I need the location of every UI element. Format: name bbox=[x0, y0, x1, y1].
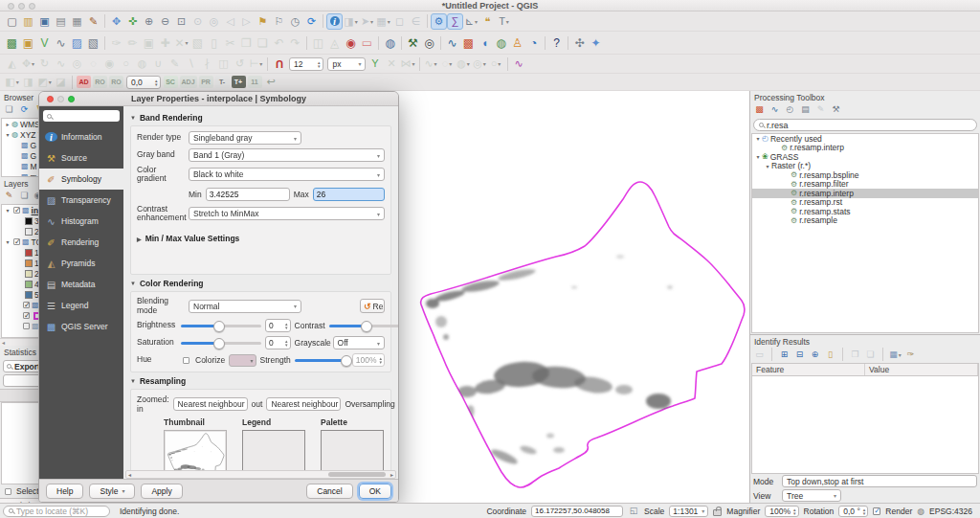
render-type-select[interactable]: Singleband gray bbox=[189, 131, 301, 145]
dialog-sidebar-item[interactable]: ✐ Symbology bbox=[39, 169, 123, 190]
dialog-sidebar-item[interactable]: ⚒ Source bbox=[39, 147, 123, 169]
snap-unit-combo[interactable]: px bbox=[327, 57, 366, 71]
reset-blending-button[interactable]: ↺Re bbox=[360, 299, 385, 313]
merge-selected-icon[interactable]: ◫ ▾ bbox=[215, 56, 232, 72]
save-project-as-icon[interactable]: ▤ ▾ bbox=[53, 13, 69, 30]
data-source-manager-icon[interactable]: ▩ ▾ bbox=[4, 34, 20, 51]
band-rendering-header[interactable]: ▼Band Rendering bbox=[130, 113, 391, 123]
new-geometry-layer-icon[interactable]: ∿ ▾ bbox=[53, 34, 69, 51]
selected-features-checkbox[interactable] bbox=[5, 488, 11, 495]
select-by-value-icon[interactable]: ∈ ▾ bbox=[408, 13, 424, 30]
algorithm-tree-item[interactable]: ⚙ r.resample bbox=[752, 216, 978, 226]
algorithm-tree-item[interactable]: ▾ Raster (r.*) bbox=[752, 162, 978, 171]
snapping-magnet-icon[interactable]: U ▾ bbox=[271, 56, 287, 72]
zoom-full-icon[interactable]: ⊡ ▾ bbox=[173, 13, 189, 30]
snap-tolerance-spin[interactable]: 12 bbox=[289, 57, 323, 71]
mesh-reindex-icon[interactable]: ◨ ▾ bbox=[20, 74, 36, 90]
algorithm-tree-item[interactable]: ⚙ r.resamp.interp bbox=[752, 189, 978, 198]
magnifier-spin[interactable]: 100% bbox=[765, 506, 798, 517]
algorithm-tree-item[interactable]: ⚙ r.resamp.rst bbox=[752, 198, 978, 208]
pan-to-selection-icon[interactable]: ✜ ▾ bbox=[124, 13, 141, 30]
map-tips-icon[interactable]: ❝ ▾ bbox=[479, 13, 496, 30]
brightness-slider[interactable] bbox=[181, 325, 261, 327]
saturation-spin[interactable]: 0 bbox=[265, 336, 291, 349]
disk-usage-pie-icon[interactable]: ◔ ▾ bbox=[525, 34, 542, 51]
zoom-next-icon[interactable]: ▷ ▾ bbox=[238, 13, 255, 30]
python-console-icon[interactable]: ∿ ▾ bbox=[444, 34, 460, 51]
add-feature-icon[interactable]: ✚ ▾ bbox=[157, 34, 173, 51]
rotation-spin[interactable]: 0,0 ° bbox=[838, 506, 868, 517]
grass-tools-icon[interactable]: ⚒ ▾ bbox=[405, 34, 421, 51]
toolbox-options-icon[interactable]: ⚒▾ bbox=[830, 103, 842, 116]
undo-last-point-icon[interactable]: ↩ ▾ bbox=[263, 74, 279, 90]
select-features-icon[interactable]: ◨ ▾ bbox=[343, 13, 359, 30]
grass-display-icon[interactable]: ◎ ▾ bbox=[421, 34, 437, 51]
toggle-editing-icon[interactable]: ✏ ▾ bbox=[124, 34, 141, 51]
colorize-checkbox[interactable] bbox=[183, 357, 189, 364]
add-group-icon[interactable]: ❏▾ bbox=[18, 190, 31, 202]
modify-attributes-icon[interactable]: ▧ ▾ bbox=[189, 34, 206, 51]
strength-slider[interactable] bbox=[295, 359, 348, 362]
zoomed-in-select[interactable]: Nearest neighbour bbox=[173, 397, 248, 411]
apply-button[interactable]: Apply bbox=[141, 484, 182, 499]
layer-visibility-checkbox[interactable] bbox=[23, 302, 30, 308]
colorize-color-swatch[interactable] bbox=[229, 354, 256, 367]
text-annotation-icon[interactable]: T ▾ bbox=[496, 13, 512, 30]
rotate-point-symbols-icon[interactable]: ↺ ▾ bbox=[232, 56, 248, 72]
snap-common-angle-badge[interactable]: SC bbox=[164, 76, 178, 88]
print-response-icon[interactable]: ❏▾ bbox=[864, 349, 877, 361]
cancel-button[interactable]: Cancel bbox=[306, 484, 352, 499]
help-contents-icon[interactable]: ? ▾ bbox=[548, 34, 565, 51]
dialog-horizontal-scrollbar[interactable] bbox=[125, 470, 396, 479]
reshape-features-icon[interactable]: ✎ ▾ bbox=[167, 56, 183, 72]
digitize-angle-spin[interactable]: 0,0 bbox=[126, 76, 161, 89]
profile-tool-icon[interactable]: ◖ ▾ bbox=[477, 34, 493, 51]
style-manager-icon[interactable]: ✎ ▾ bbox=[85, 13, 101, 30]
tolerance-minus-badge[interactable]: T- bbox=[215, 76, 230, 88]
toolbox-python-icon[interactable]: ∿▾ bbox=[768, 103, 781, 116]
pan-map-icon[interactable]: ✥ ▾ bbox=[108, 13, 124, 30]
locator-search[interactable] bbox=[3, 506, 110, 517]
algorithm-tree-item[interactable]: ⚙ r.resamp.bspline bbox=[752, 170, 978, 180]
add-ring-icon[interactable]: ◎ ▾ bbox=[69, 56, 85, 72]
adjacent-angle-badge[interactable]: ADJ bbox=[180, 76, 197, 88]
parallel-mode-badge[interactable]: RO bbox=[109, 76, 123, 88]
dialog-sidebar-item[interactable]: ▨ Transparency bbox=[39, 190, 123, 211]
advanced-digitizing-badge[interactable]: AD bbox=[77, 76, 91, 88]
algorithm-tree-item[interactable]: ⚙ r.resamp.stats bbox=[752, 207, 978, 216]
current-edits-icon[interactable]: ✑ ▾ bbox=[108, 34, 124, 51]
render-checkbox[interactable] bbox=[873, 507, 880, 515]
new-geopackage-layer-icon[interactable]: ▣ ▾ bbox=[20, 34, 36, 51]
extent-toggle-icon[interactable]: ◱ bbox=[628, 506, 639, 517]
offset-point-a-icon[interactable]: ◌ ▾ bbox=[439, 56, 456, 72]
new-project-icon[interactable]: ▢ ▾ bbox=[4, 13, 20, 30]
model-designer-icon[interactable]: ▩ ▾ bbox=[460, 34, 477, 51]
processing-toolbox-icon[interactable]: ⚙ ▾ bbox=[431, 13, 447, 30]
mesh-digitizing-icon[interactable]: ◧ ▾ bbox=[4, 74, 20, 90]
algorithm-tree-item[interactable]: ⚙ r.resamp.interp bbox=[752, 144, 978, 153]
enable-tracing-icon[interactable]: ∿ ▾ bbox=[423, 56, 439, 72]
minmax-settings-header[interactable]: ▶Min / Max Value Settings bbox=[137, 234, 385, 243]
help-button[interactable]: Help bbox=[46, 484, 83, 499]
redo-icon[interactable]: ↷ ▾ bbox=[287, 34, 303, 51]
edit-features-inplace-icon[interactable]: ✎▾ bbox=[814, 103, 827, 116]
snap-intersection-icon[interactable]: ✕ ▾ bbox=[384, 56, 400, 72]
cut-features-icon[interactable]: ✂ ▾ bbox=[222, 34, 238, 51]
max-input[interactable] bbox=[313, 188, 385, 201]
layer-visibility-checkbox[interactable] bbox=[23, 312, 30, 319]
dialog-sidebar-item[interactable]: ▩ QGIS Server bbox=[39, 316, 123, 337]
deselect-features-icon[interactable]: ◻ ▾ bbox=[391, 13, 408, 30]
offset-point-b-icon[interactable]: ◍ ▾ bbox=[456, 56, 472, 72]
statistics-summary-icon[interactable]: ∑ ▾ bbox=[447, 13, 463, 30]
cad-construction-icon[interactable]: ◭ ▾ bbox=[4, 56, 20, 72]
toolbox-models-icon[interactable]: ▩▾ bbox=[753, 103, 766, 116]
open-project-icon[interactable]: ▥ ▾ bbox=[20, 13, 36, 30]
brightness-spin[interactable]: 0 bbox=[265, 319, 291, 332]
rotate-feature-icon[interactable]: ↻ ▾ bbox=[36, 56, 53, 72]
split-parts-icon[interactable]: ∤ ▾ bbox=[199, 56, 215, 72]
dialog-sidebar-search[interactable] bbox=[43, 110, 120, 122]
clear-results-icon[interactable]: ▯▾ bbox=[824, 349, 836, 361]
expand-tree-icon[interactable]: ⊞▾ bbox=[778, 349, 791, 361]
expand-new-results-icon[interactable]: ⊕▾ bbox=[809, 349, 821, 361]
run-feature-action-icon[interactable]: ➤ ▾ bbox=[359, 13, 375, 30]
